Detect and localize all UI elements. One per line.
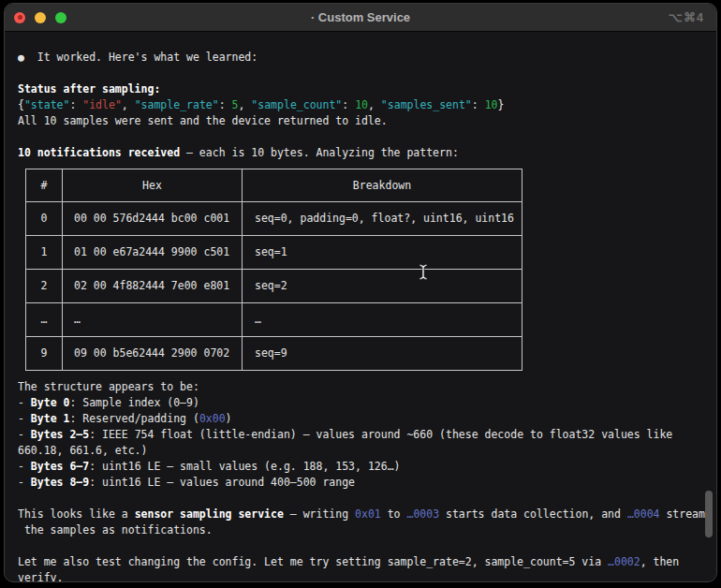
table-header-row: #HexBreakdown bbox=[26, 169, 522, 202]
keyboard-shortcut-badge: ⌥⌘4 bbox=[669, 10, 704, 24]
notifications-table: #HexBreakdown 000 00 576d2444 bc00 c001s… bbox=[25, 169, 522, 371]
terminal-line: - Bytes 2–5: IEEE 754 float (little-endi… bbox=[18, 427, 716, 443]
terminal-line: ● It worked. Here's what we learned: bbox=[18, 50, 716, 66]
terminal-line: Let me also test changing the config. Le… bbox=[18, 554, 716, 570]
table-cell: 1 bbox=[26, 236, 63, 270]
table-cell: 0 bbox=[26, 202, 63, 236]
title-bar[interactable]: · Custom Service ⌥⌘4 bbox=[5, 4, 716, 32]
table-row: 202 00 4f882444 7e00 e801seq=2 bbox=[26, 270, 522, 303]
table-cell: 09 00 b5e62444 2900 0702 bbox=[63, 337, 243, 371]
table-cell: 01 00 e67a2444 9900 c501 bbox=[63, 236, 243, 270]
table-cell: seq=9 bbox=[243, 337, 522, 371]
table-cell: 00 00 576d2444 bc00 c001 bbox=[63, 202, 243, 236]
terminal-line: Status after sampling: bbox=[18, 81, 716, 97]
terminal-line: - Byte 0: Sample index (0–9) bbox=[18, 395, 716, 411]
terminal-line bbox=[18, 491, 716, 507]
terminal-window: · Custom Service ⌥⌘4 ● It worked. Here's… bbox=[4, 3, 717, 582]
table-cell: seq=1 bbox=[243, 236, 522, 270]
terminal-line: - Byte 1: Reserved/padding (0x00) bbox=[18, 411, 716, 427]
table-cell: 2 bbox=[26, 270, 63, 303]
terminal-line bbox=[18, 66, 716, 81]
output-block-top: ● It worked. Here's what we learned:Stat… bbox=[18, 50, 716, 161]
table-row: 000 00 576d2444 bc00 c001seq=0, padding=… bbox=[26, 202, 522, 236]
terminal-line: - Bytes 6–7: uint16 LE — small values (e… bbox=[18, 459, 716, 475]
screen: { "window": { "title": "· Custom Service… bbox=[0, 0, 721, 588]
table-cell: … bbox=[26, 303, 63, 337]
terminal-line: verify. bbox=[18, 570, 716, 582]
table-cell: 02 00 4f882444 7e00 e801 bbox=[63, 270, 243, 303]
table-row: ……… bbox=[26, 303, 522, 337]
traffic-lights bbox=[14, 4, 66, 31]
table-cell: seq=0, padding=0, float?, uint16, uint16 bbox=[243, 202, 522, 236]
column-header: Breakdown bbox=[243, 169, 522, 202]
zoom-button[interactable] bbox=[55, 12, 66, 23]
column-header: # bbox=[26, 169, 63, 202]
column-header: Hex bbox=[63, 169, 243, 202]
minimize-button[interactable] bbox=[35, 12, 46, 23]
table-cell: seq=2 bbox=[243, 270, 522, 303]
terminal-line: All 10 samples were sent and the device … bbox=[18, 113, 716, 129]
window-title: · Custom Service bbox=[311, 10, 410, 24]
terminal-line: The structure appears to be: bbox=[18, 379, 716, 395]
table-cell: … bbox=[63, 303, 243, 337]
terminal-line: the samples as notifications. bbox=[18, 522, 716, 538]
terminal-line: {"state": "idle", "sample_rate": 5, "sam… bbox=[18, 97, 716, 113]
terminal-line bbox=[18, 538, 716, 554]
terminal-line: 660.18, 661.6, etc.) bbox=[18, 443, 716, 459]
terminal-line bbox=[18, 129, 716, 145]
output-block-bottom: The structure appears to be:- Byte 0: Sa… bbox=[18, 379, 716, 582]
terminal-line: - Bytes 8–9: uint16 LE — values around 4… bbox=[18, 475, 716, 491]
table-cell: … bbox=[243, 303, 522, 337]
table-cell: 9 bbox=[26, 337, 63, 371]
text-cursor-icon bbox=[418, 263, 429, 281]
table-row: 101 00 e67a2444 9900 c501seq=1 bbox=[26, 236, 522, 270]
terminal-output[interactable]: ● It worked. Here's what we learned:Stat… bbox=[5, 32, 716, 581]
scrollbar-thumb[interactable] bbox=[705, 491, 713, 537]
table-row: 909 00 b5e62444 2900 0702seq=9 bbox=[26, 337, 522, 371]
terminal-line: 10 notifications received — each is 10 b… bbox=[18, 145, 716, 161]
close-button[interactable] bbox=[14, 12, 25, 23]
terminal-line: This looks like a sensor sampling servic… bbox=[18, 507, 716, 522]
